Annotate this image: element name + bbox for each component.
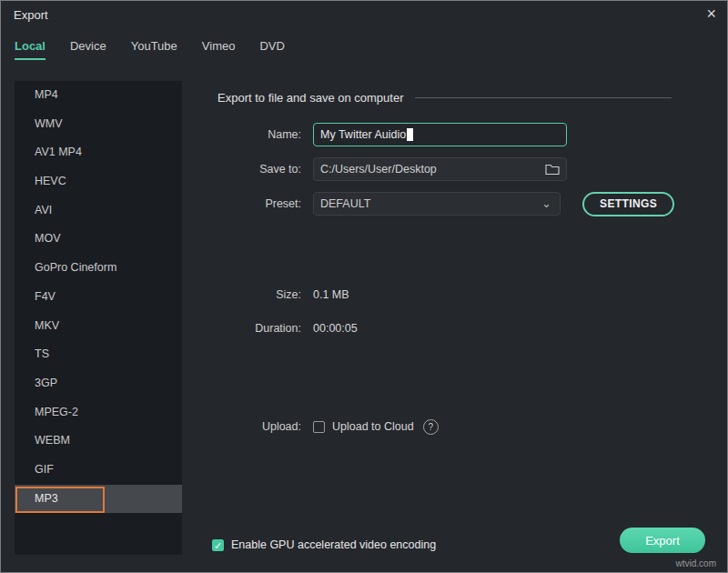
selection-outline	[15, 487, 105, 513]
sidebar-item-gopro-cineform[interactable]: GoPro Cineform	[15, 254, 182, 283]
sidebar-item-3gp[interactable]: 3GP	[15, 369, 182, 398]
section-title: Export to file and save on computer	[217, 91, 404, 105]
sidebar-item-wmv[interactable]: WMV	[15, 110, 182, 139]
preset-dropdown[interactable]: DEFAULT ⌄	[313, 192, 561, 216]
upload-label: Upload:	[219, 420, 301, 433]
sidebar-item-mkv[interactable]: MKV	[15, 312, 182, 341]
sidebar-item-f4v[interactable]: F4V	[15, 283, 182, 312]
sidebar-item-ts[interactable]: TS	[15, 340, 182, 369]
folder-icon[interactable]	[545, 164, 560, 176]
chevron-down-icon: ⌄	[541, 199, 551, 208]
watermark: wtvid.com	[676, 558, 716, 568]
name-input[interactable]: My Twitter Auidio	[313, 123, 567, 146]
sidebar-item-mpeg-2[interactable]: MPEG-2	[15, 398, 182, 427]
tab-vimeo[interactable]: Vimeo	[202, 39, 236, 60]
name-value: My Twitter Auidio	[320, 128, 406, 141]
tab-youtube[interactable]: YouTube	[131, 39, 177, 60]
size-value: 0.1 MB	[313, 288, 349, 301]
gpu-checkbox[interactable]: ✓	[212, 539, 224, 551]
size-label: Size:	[219, 288, 301, 301]
tab-dvd[interactable]: DVD	[259, 39, 284, 60]
sidebar-item-webm[interactable]: WEBM	[15, 427, 182, 456]
upload-cloud-checkbox[interactable]	[313, 421, 325, 433]
name-label: Name:	[219, 128, 301, 141]
export-tabs: Local Device YouTube Vimeo DVD	[15, 39, 285, 60]
sidebar-item-avi[interactable]: AVI	[15, 196, 182, 226]
sidebar-item-av1-mp4[interactable]: AV1 MP4	[15, 138, 182, 167]
sidebar-item-mp3[interactable]: MP3	[15, 485, 182, 514]
sidebar-item-mov[interactable]: MOV	[15, 225, 182, 254]
tab-device[interactable]: Device	[70, 39, 106, 60]
sidebar-item-mp4[interactable]: MP4	[15, 81, 182, 110]
tab-local[interactable]: Local	[15, 39, 46, 60]
duration-value: 00:00:05	[313, 322, 358, 335]
export-dialog: Export × Local Device YouTube Vimeo DVD …	[0, 0, 728, 573]
window-title: Export	[14, 8, 48, 22]
format-sidebar: MP4 WMV AV1 MP4 HEVC AVI MOV GoPro Cinef…	[15, 81, 182, 555]
export-button[interactable]: Export	[620, 528, 705, 553]
duration-label: Duration:	[219, 322, 301, 335]
save-to-field[interactable]: C:/Users/User/Desktop	[313, 157, 567, 181]
save-to-value: C:/Users/User/Desktop	[320, 163, 437, 176]
preset-value: DEFAULT	[320, 197, 370, 210]
gpu-checkbox-label: Enable GPU accelerated video encoding	[231, 538, 436, 551]
section-divider	[415, 97, 672, 98]
help-icon[interactable]: ?	[423, 419, 439, 435]
close-icon[interactable]: ×	[706, 5, 716, 24]
preset-label: Preset:	[219, 197, 301, 210]
upload-cloud-label: Upload to Cloud	[332, 420, 414, 433]
settings-button[interactable]: SETTINGS	[582, 192, 674, 216]
text-cursor	[407, 128, 413, 141]
sidebar-item-gif[interactable]: GIF	[15, 456, 182, 485]
sidebar-item-hevc[interactable]: HEVC	[15, 167, 182, 196]
save-to-label: Save to:	[219, 163, 301, 176]
